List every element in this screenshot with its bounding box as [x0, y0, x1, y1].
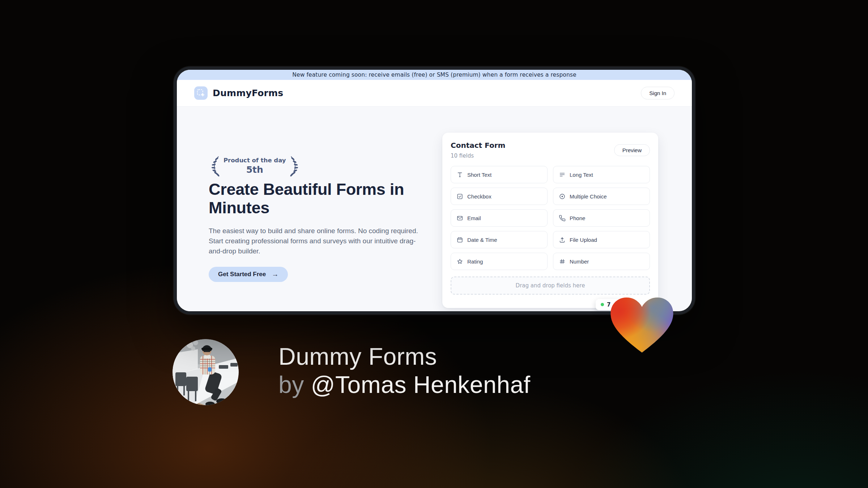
announcement-text: New feature coming soon: receive emails … — [292, 72, 576, 78]
drag-drop-zone[interactable]: Drag and drop fields here — [451, 277, 650, 295]
product-of-the-day-badge: Product of the day 5th — [209, 155, 301, 177]
radio-icon — [559, 193, 566, 200]
field-type-button[interactable]: Multiple Choice — [553, 188, 650, 205]
field-type-button[interactable]: Date & Time — [451, 231, 548, 248]
laurel-left-icon — [209, 155, 221, 177]
caption-product-name: Dummy Forms — [278, 343, 531, 371]
caption-author-handle: @Tomas Henkenhaf — [311, 371, 531, 398]
field-type-button[interactable]: Long Text — [553, 166, 650, 183]
laurel-right-icon — [289, 155, 301, 177]
hero-description: The easiest way to build and share onlin… — [209, 226, 426, 256]
badge-rank: 5th — [224, 164, 286, 175]
promo-canvas: New feature coming soon: receive emails … — [0, 0, 868, 488]
star-icon — [456, 258, 463, 265]
phone-icon — [559, 215, 566, 222]
field-type-grid: Short Text Long Text Checkbox Multiple C… — [451, 166, 650, 270]
preview-button[interactable]: Preview — [614, 144, 650, 156]
field-type-button[interactable]: Phone — [553, 209, 650, 227]
caption: Dummy Forms by @Tomas Henkenhaf — [278, 343, 531, 399]
short-text-icon — [456, 171, 463, 178]
author-photo — [173, 339, 239, 405]
form-field-count: 10 fields — [451, 153, 505, 159]
page-body: Product of the day 5th — [177, 107, 692, 311]
dummyforms-logo-icon — [194, 86, 208, 100]
sign-in-button[interactable]: Sign In — [641, 87, 675, 99]
email-icon — [456, 215, 463, 222]
upload-icon — [559, 236, 566, 243]
field-type-button[interactable]: Rating — [451, 253, 548, 270]
arrow-right-icon: → — [272, 270, 278, 278]
field-type-button[interactable]: Number — [553, 253, 650, 270]
form-title: Contact Form — [451, 141, 505, 150]
badge-title: Product of the day — [224, 157, 286, 164]
site-header: DummyForms Sign In — [177, 80, 692, 107]
get-started-button[interactable]: Get Started Free → — [209, 267, 288, 282]
form-builder-card: Contact Form 10 fields Preview Short Tex… — [442, 133, 658, 308]
field-type-button[interactable]: Email — [451, 209, 548, 227]
brand-name: DummyForms — [213, 88, 283, 98]
announcement-banner: New feature coming soon: receive emails … — [177, 70, 692, 80]
gradient-heart-icon — [608, 294, 676, 356]
long-text-icon — [559, 171, 566, 178]
hero-heading: Create Beautiful Forms in Minutes — [209, 180, 437, 217]
field-type-button[interactable]: Short Text — [451, 166, 548, 183]
field-type-button[interactable]: File Upload — [553, 231, 650, 248]
browser-window: New feature coming soon: receive emails … — [174, 67, 695, 314]
caption-by-label: by — [278, 371, 311, 398]
hash-icon — [559, 258, 566, 265]
field-type-button[interactable]: Checkbox — [451, 188, 548, 205]
calendar-icon — [456, 236, 463, 243]
green-dot-icon — [601, 303, 604, 306]
checkbox-icon — [456, 193, 463, 200]
